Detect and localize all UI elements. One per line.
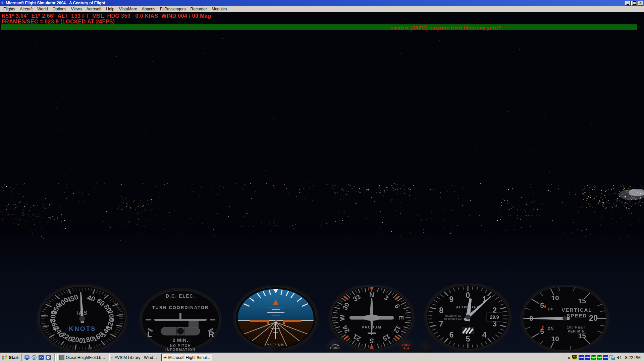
menu-item-aerosoft[interactable]: Aerosoft: [84, 6, 104, 12]
svg-text:100 FEET: 100 FEET: [567, 325, 585, 329]
svg-text:E: E: [397, 315, 405, 320]
minimize-button[interactable]: [625, 1, 631, 6]
hdg-knob-arrows-icon: [403, 347, 410, 349]
simulator-viewport: N51* 3.04' E1* 2.66' ALT 133 FT MSL HDG …: [0, 12, 644, 353]
svg-text:L: L: [147, 330, 152, 339]
network-tray-icon[interactable]: [609, 355, 615, 360]
close-button[interactable]: ×: [638, 1, 643, 6]
menu-item-aircraft[interactable]: Aircraft: [17, 6, 35, 12]
svg-text:6: 6: [449, 330, 453, 339]
menu-item-recorder[interactable]: Recorder: [188, 6, 209, 12]
svg-text:R: R: [208, 330, 214, 339]
heading-push-knob[interactable]: PUSH: [327, 339, 343, 353]
svg-text:VACUUM: VACUUM: [362, 325, 381, 329]
svg-text:D.C. ELEC.: D.C. ELEC.: [166, 293, 195, 299]
maximize-button[interactable]: [631, 1, 637, 6]
taskbar: Start e OceanHeightField.bmp-2...eAVSIM …: [0, 353, 644, 362]
svg-text:INFORMATION: INFORMATION: [165, 348, 196, 352]
altimeter-setting-knob[interactable]: [419, 341, 434, 353]
window-title: Microsoft Flight Simulator 2004 - A Cent…: [6, 1, 105, 5]
altimeter-gauge[interactable]: 0123456789ALTIMETERCALIBRATEDTO 20,000 F…: [423, 284, 513, 353]
menu-item-views[interactable]: Views: [69, 6, 84, 12]
system-tray: « HFS 869 FSHFSHFSHFSHFSH 8:22 PM: [565, 354, 643, 362]
fsh-tray-icon[interactable]: FSH: [597, 355, 602, 360]
attitude-indicator-gauge[interactable]: VACUUM: [232, 286, 319, 353]
turn-coordinator-gauge[interactable]: D.C. ELEC.TURN COORDINATORLR2 MIN.NO PIT…: [139, 288, 222, 353]
taskbar-clock[interactable]: 8:22 PM: [625, 355, 641, 360]
task-buttons-container: OceanHeightField.bmp-2...eAVSIM Library …: [57, 354, 212, 361]
menu-bar: FlightsAircraftWorldOptionsViewsAerosoft…: [0, 6, 644, 12]
window-controls: ×: [625, 1, 644, 6]
msn-app-icon[interactable]: [38, 355, 44, 360]
push-knob-label: PUSH: [330, 347, 340, 350]
svg-text:NO PITCH: NO PITCH: [170, 344, 191, 348]
menu-item-fspassengers[interactable]: FsPassengers: [158, 6, 188, 12]
fsh-tray-icon[interactable]: FSH: [585, 355, 590, 360]
menu-item-options[interactable]: Options: [50, 6, 68, 12]
menu-item-flights[interactable]: Flights: [1, 6, 17, 12]
menu-item-modules[interactable]: Modules: [209, 6, 229, 12]
start-button[interactable]: Start: [1, 354, 21, 361]
task-button-label: AVSIM Library - Windows...: [115, 355, 158, 360]
fsh-label: FSH: [603, 356, 608, 359]
svg-text:15: 15: [578, 297, 586, 305]
start-label: Start: [9, 355, 19, 360]
task-button-label: OceanHeightField.bmp-2...: [66, 355, 106, 360]
hfs-tray-icon[interactable]: HFS 869: [572, 355, 577, 360]
vertical-speed-gauge[interactable]: 1050510152015VERTICALSPEED100 FEETPER MI…: [519, 285, 610, 353]
quick-launch-bar: e: [22, 355, 53, 360]
svg-text:4: 4: [482, 330, 487, 339]
svg-text:5: 5: [466, 335, 470, 343]
svg-text:N: N: [369, 291, 374, 298]
svg-text:W: W: [338, 314, 346, 321]
svg-text:PER MIN: PER MIN: [568, 329, 585, 333]
image-file-icon: [59, 355, 64, 360]
svg-text:2 MIN.: 2 MIN.: [172, 338, 188, 343]
internet-explorer-icon[interactable]: e: [31, 355, 37, 360]
task-button-avsim-library-windows[interactable]: eAVSIM Library - Windows...: [109, 354, 160, 361]
svg-text:VERTICAL: VERTICAL: [562, 307, 592, 313]
svg-text:10: 10: [551, 294, 559, 302]
show-desktop-icon[interactable]: [24, 355, 30, 360]
menu-item-help[interactable]: Help: [104, 6, 117, 12]
tray-collapse-button[interactable]: «: [567, 355, 571, 360]
minimize-icon: [627, 4, 629, 5]
attitude-adjust-knob[interactable]: [262, 345, 282, 353]
svg-text:7: 7: [439, 319, 443, 328]
fsh-label: FSH: [597, 356, 602, 359]
fsh-label: FSH: [579, 356, 584, 359]
volume-tray-icon[interactable]: [616, 355, 622, 360]
internet-explorer-icon: e: [111, 355, 113, 360]
svg-text:CALIBRATED: CALIBRATED: [445, 314, 462, 317]
menu-item-world[interactable]: World: [35, 6, 50, 12]
svg-text:9: 9: [449, 295, 453, 304]
task-button-microsoft-flight-simul[interactable]: ✈Microsoft Flight Simul...: [161, 354, 212, 361]
task-button-oceanheightfield-bmp-2[interactable]: OceanHeightField.bmp-2...: [57, 354, 108, 361]
menu-item-vistamare[interactable]: VistaMare: [117, 6, 140, 12]
svg-text:5: 5: [540, 301, 544, 309]
airspeed-indicator-gauge[interactable]: 4060801001201401601802002202402603003504…: [35, 284, 129, 353]
svg-text:20: 20: [589, 313, 598, 322]
fsh-tray-icon[interactable]: FSH: [603, 355, 608, 360]
hdg-knob-label: HDG: [402, 344, 410, 347]
fsh-tray-icon[interactable]: FSH: [591, 355, 596, 360]
flight-sim-icon: ✈: [163, 355, 167, 360]
svg-text:10: 10: [551, 335, 559, 343]
svg-text:SPEED: SPEED: [567, 313, 587, 318]
fsh-label: FSH: [585, 356, 590, 359]
window-titlebar[interactable]: ✈ Microsoft Flight Simulator 2004 - A Ce…: [0, 0, 644, 6]
task-button-label: Microsoft Flight Simul...: [168, 355, 210, 360]
svg-text:0: 0: [466, 291, 470, 300]
instrument-panel: 4060801001201401601802002202402603003504…: [0, 12, 644, 353]
media-player-icon[interactable]: [45, 355, 51, 360]
svg-text:TURN COORDINATOR: TURN COORDINATOR: [152, 305, 209, 310]
fsh-tray-icon[interactable]: FSH: [579, 355, 584, 360]
maximize-icon: [633, 1, 636, 5]
svg-text:UP: UP: [548, 307, 553, 311]
svg-text:8: 8: [439, 306, 443, 315]
menu-item-abacus[interactable]: Abacus: [140, 6, 158, 12]
svg-text:KNOTS: KNOTS: [69, 325, 96, 332]
app-icon: ✈: [1, 1, 4, 5]
app-window: ✈ Microsoft Flight Simulator 2004 - A Ce…: [0, 0, 644, 362]
heading-bug-knob[interactable]: HDG: [398, 339, 415, 353]
